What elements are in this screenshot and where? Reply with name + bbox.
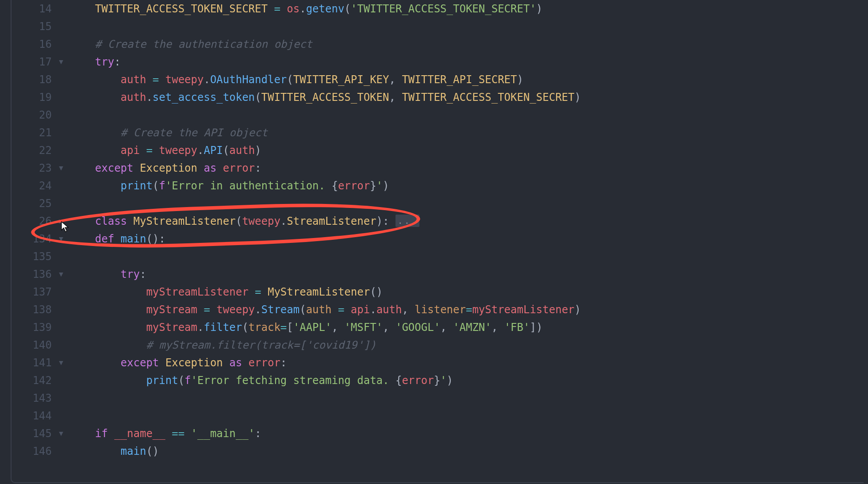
line-number: 22 (0, 142, 52, 159)
code-token: error (338, 180, 370, 192)
code-token (268, 3, 274, 15)
code-token (261, 286, 267, 298)
code-token: ) (536, 3, 542, 15)
code-token: TWITTER_ACCESS_TOKEN_SECRET (402, 91, 574, 104)
code-line[interactable]: print(f'Error in authentication. {error}… (69, 177, 868, 195)
code-token: { (331, 180, 338, 192)
line-number: 19 (0, 88, 52, 106)
fold-expanded-icon[interactable] (55, 425, 67, 442)
code-token: track (249, 321, 280, 334)
code-token: , (440, 321, 453, 334)
code-line[interactable]: main() (69, 442, 868, 460)
code-token (69, 374, 146, 387)
code-token (69, 73, 121, 86)
code-token: 'GOOGL' (396, 321, 440, 334)
code-line[interactable] (69, 389, 868, 407)
code-line[interactable]: except Exception as error: (69, 159, 868, 177)
code-token: f (159, 180, 165, 192)
code-line[interactable]: # myStream.filter(track=['covid19']) (69, 336, 868, 354)
code-line[interactable]: print(f'Error fetching streaming data. {… (69, 372, 868, 389)
line-number: 143 (0, 389, 52, 407)
code-line[interactable]: try: (69, 53, 868, 71)
code-token: ( (153, 180, 159, 192)
line-number: 142 (0, 372, 52, 389)
code-area[interactable]: TWITTER_ACCESS_TOKEN_SECRET = os.getenv(… (67, 0, 868, 484)
code-token: tweepy (216, 303, 255, 316)
code-line[interactable]: try: (69, 265, 868, 283)
code-line[interactable] (69, 248, 868, 265)
line-number: 138 (0, 301, 52, 319)
code-line[interactable]: api = tweepy.API(auth) (69, 142, 868, 159)
code-line[interactable]: def main(): (69, 230, 868, 248)
code-token: : (140, 268, 146, 280)
code-line[interactable]: # Create the authentication object (69, 35, 868, 53)
code-token: . (197, 321, 204, 334)
line-number: 145 (0, 425, 52, 442)
code-editor[interactable]: 1415161718192021222324252613413513613713… (0, 0, 868, 484)
code-token: main (121, 233, 146, 245)
line-number: 137 (0, 283, 52, 301)
code-line[interactable]: # Create the API object (69, 124, 868, 142)
code-line[interactable] (69, 18, 868, 35)
code-token: = (146, 144, 152, 157)
fold-expanded-icon[interactable] (55, 265, 67, 283)
code-token (165, 427, 172, 440)
code-token (69, 215, 95, 227)
fold-expanded-icon[interactable] (55, 159, 67, 177)
code-line[interactable] (69, 195, 868, 212)
fold-expanded-icon[interactable] (55, 53, 67, 71)
code-token: error (402, 374, 434, 387)
code-token: set_access_token (153, 91, 255, 104)
code-token: TWITTER_ACCESS_TOKEN (261, 91, 389, 104)
code-token: ) (255, 144, 261, 157)
code-line[interactable]: TWITTER_ACCESS_TOKEN_SECRET = os.getenv(… (69, 0, 868, 18)
code-token: ) (447, 374, 453, 387)
code-token: print (146, 374, 178, 387)
code-token: API (204, 144, 223, 157)
code-token: api (351, 303, 370, 316)
code-line[interactable]: except Exception as error: (69, 354, 868, 372)
fold-expanded-icon[interactable] (55, 354, 67, 372)
code-line[interactable]: myStreamListener = MyStreamListener() (69, 283, 868, 301)
code-token: Stream (261, 303, 300, 316)
fold-ellipsis[interactable]: ... (396, 215, 419, 227)
code-token: TWITTER_API_SECRET (402, 73, 517, 86)
code-token: , (389, 91, 402, 104)
code-token: ( (287, 73, 293, 86)
code-token: . (204, 73, 210, 86)
code-line[interactable]: auth = tweepy.OAuthHandler(TWITTER_API_K… (69, 71, 868, 88)
code-token (197, 303, 204, 316)
code-token (69, 286, 146, 298)
code-token: } (370, 180, 376, 192)
code-token (108, 427, 114, 440)
code-line[interactable]: if __name__ == '__main__': (69, 425, 868, 442)
code-token: StreamListener (287, 215, 376, 227)
code-line[interactable]: auth.set_access_token(TWITTER_ACCESS_TOK… (69, 88, 868, 106)
code-token: tweepy (165, 73, 204, 86)
code-token: . (197, 144, 204, 157)
code-token: error (223, 162, 255, 174)
code-line[interactable]: myStream.filter(track=['AAPL', 'MSFT', '… (69, 319, 868, 336)
line-number: 20 (0, 106, 52, 124)
code-token: auth (121, 73, 146, 86)
line-number: 136 (0, 265, 52, 283)
code-token: except (95, 162, 134, 174)
code-token (69, 357, 121, 369)
code-token: = (274, 3, 280, 15)
code-token: ) (383, 180, 389, 192)
code-token: # Create the API object (121, 127, 268, 139)
fold-collapsed-icon[interactable] (55, 212, 67, 230)
code-line[interactable]: myStream = tweepy.Stream(auth = api.auth… (69, 301, 868, 319)
code-line[interactable] (69, 106, 868, 124)
code-token: __name__ (114, 427, 165, 440)
code-token: , (492, 321, 504, 334)
code-token (140, 144, 146, 157)
fold-expanded-icon[interactable] (55, 230, 67, 248)
code-token: : (255, 162, 261, 174)
code-token (344, 303, 350, 316)
code-line[interactable]: class MyStreamListener(tweepy.StreamList… (69, 212, 868, 230)
code-token (69, 56, 95, 68)
code-token: ( (300, 303, 306, 316)
code-token (69, 303, 146, 316)
code-line[interactable] (69, 407, 868, 425)
